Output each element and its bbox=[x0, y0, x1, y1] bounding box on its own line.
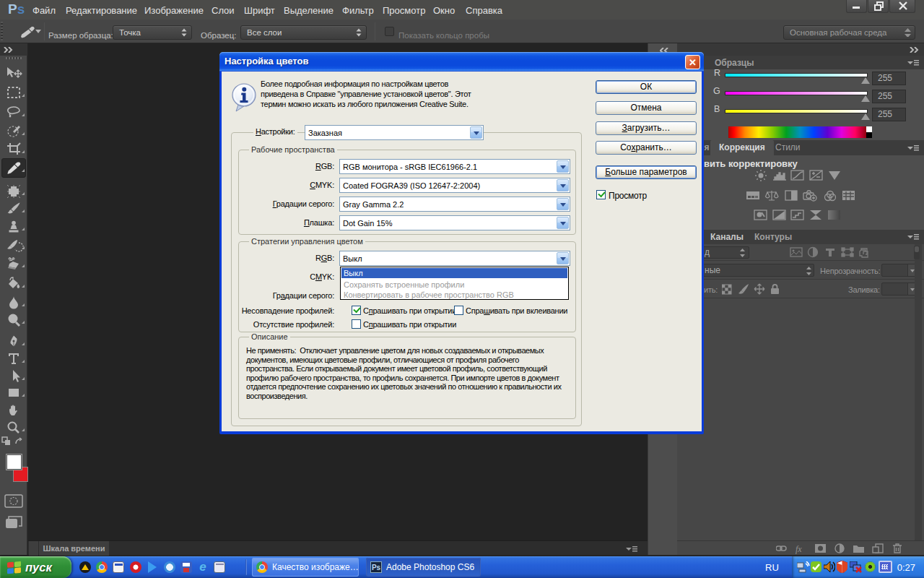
svg-text:fx: fx bbox=[796, 544, 802, 554]
